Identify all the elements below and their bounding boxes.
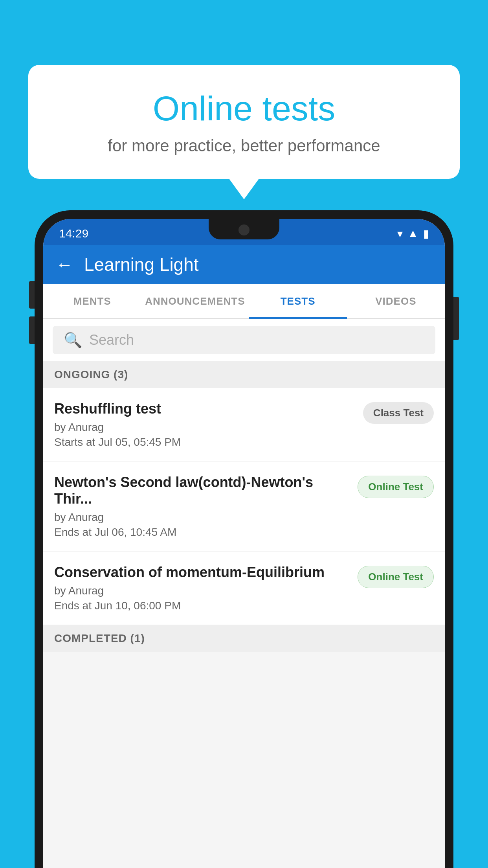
test-author: by Anurag <box>54 511 350 524</box>
speech-bubble: Online tests for more practice, better p… <box>28 65 460 179</box>
phone-screen: 14:29 ▾ ▲ ▮ ← Learning Light MENTS ANNOU… <box>43 219 445 868</box>
wifi-icon: ▾ <box>397 227 403 240</box>
back-button[interactable]: ← <box>56 255 73 274</box>
search-icon: 🔍 <box>64 331 82 349</box>
test-item[interactable]: Conservation of momentum-Equilibrium by … <box>43 552 445 625</box>
test-name: Newton's Second law(contd)-Newton's Thir… <box>54 474 350 507</box>
status-icons: ▾ ▲ ▮ <box>397 227 429 240</box>
test-info: Conservation of momentum-Equilibrium by … <box>54 564 350 612</box>
test-info: Reshuffling test by Anurag Starts at Jul… <box>54 401 355 449</box>
test-time: Ends at Jul 06, 10:45 AM <box>54 526 350 539</box>
signal-icon: ▲ <box>407 227 418 240</box>
test-author: by Anurag <box>54 421 355 434</box>
power-button <box>453 297 459 340</box>
test-list: Reshuffling test by Anurag Starts at Jul… <box>43 388 445 625</box>
search-container: 🔍 Search <box>43 319 445 361</box>
status-time: 14:29 <box>59 227 88 240</box>
app-header: ← Learning Light <box>43 245 445 284</box>
test-badge: Online Test <box>358 566 434 588</box>
phone-container: 14:29 ▾ ▲ ▮ ← Learning Light MENTS ANNOU… <box>35 210 453 868</box>
test-name: Reshuffling test <box>54 401 355 417</box>
test-info: Newton's Second law(contd)-Newton's Thir… <box>54 474 350 539</box>
tab-announcements[interactable]: ANNOUNCEMENTS <box>141 284 249 318</box>
test-time: Ends at Jun 10, 06:00 PM <box>54 600 350 612</box>
test-author: by Anurag <box>54 585 350 597</box>
volume-up-button <box>29 281 35 309</box>
volume-down-button <box>29 316 35 344</box>
battery-icon: ▮ <box>423 227 429 240</box>
ongoing-section-header: ONGOING (3) <box>43 361 445 388</box>
test-badge: Class Test <box>363 402 434 424</box>
front-camera <box>238 224 250 235</box>
search-box[interactable]: 🔍 Search <box>53 326 435 354</box>
tab-tests[interactable]: TESTS <box>249 284 347 318</box>
tab-ments[interactable]: MENTS <box>43 284 141 318</box>
app-title: Learning Light <box>84 254 199 275</box>
test-item[interactable]: Newton's Second law(contd)-Newton's Thir… <box>43 462 445 552</box>
test-badge: Online Test <box>358 476 434 498</box>
phone-outer: 14:29 ▾ ▲ ▮ ← Learning Light MENTS ANNOU… <box>35 210 453 868</box>
online-tests-title: Online tests <box>60 88 428 129</box>
test-time: Starts at Jul 05, 05:45 PM <box>54 436 355 449</box>
completed-section-header: COMPLETED (1) <box>43 625 445 652</box>
test-item[interactable]: Reshuffling test by Anurag Starts at Jul… <box>43 388 445 462</box>
tabs-bar: MENTS ANNOUNCEMENTS TESTS VIDEOS <box>43 284 445 319</box>
online-tests-subtitle: for more practice, better performance <box>60 136 428 155</box>
test-name: Conservation of momentum-Equilibrium <box>54 564 350 581</box>
tab-videos[interactable]: VIDEOS <box>347 284 445 318</box>
search-input[interactable]: Search <box>89 332 134 348</box>
phone-notch <box>209 219 279 239</box>
